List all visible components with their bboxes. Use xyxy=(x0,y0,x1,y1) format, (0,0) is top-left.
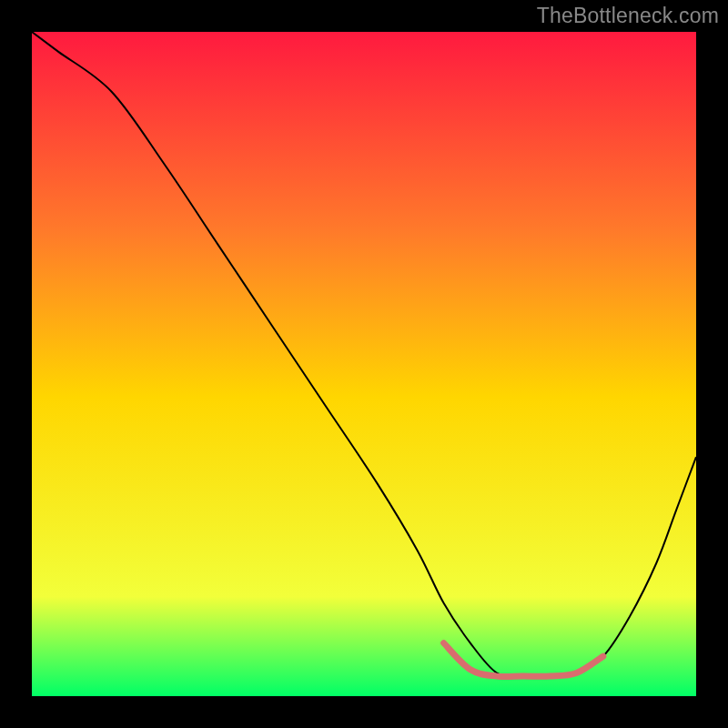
chart-svg xyxy=(32,32,696,696)
watermark-label: TheBottleneck.com xyxy=(537,4,719,28)
chart-wrapper: TheBottleneck.com xyxy=(0,0,728,728)
chart-area xyxy=(32,32,696,696)
gradient-background xyxy=(32,32,696,696)
